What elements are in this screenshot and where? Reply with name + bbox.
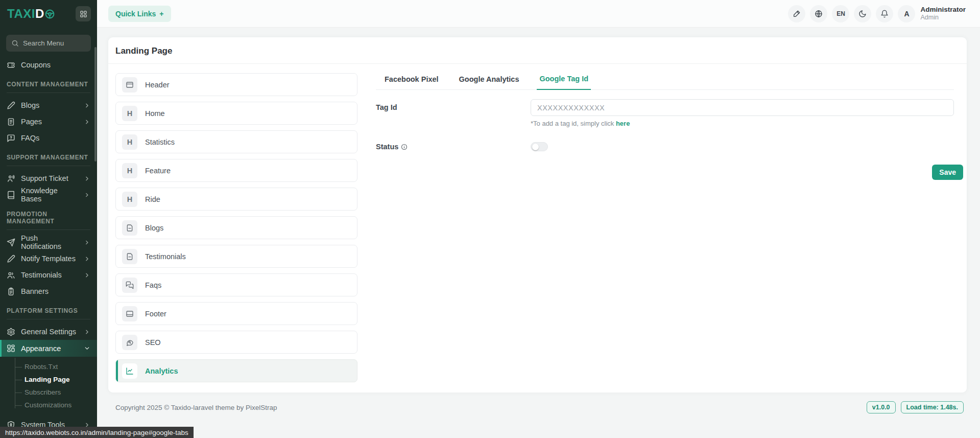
dark-mode-button[interactable] bbox=[854, 5, 871, 22]
page-content: Landing Page Header H Home H Statistics … bbox=[97, 28, 980, 438]
section-item-blogs[interactable]: Blogs bbox=[115, 216, 357, 239]
status-label: Status bbox=[376, 139, 531, 151]
helper-link[interactable]: here bbox=[616, 120, 630, 127]
section-item-seo[interactable]: SEO bbox=[115, 331, 357, 354]
pen-icon bbox=[7, 101, 15, 110]
sidebar-toggle-button[interactable] bbox=[76, 6, 91, 21]
sidebar-item-blogs[interactable]: Blogs bbox=[0, 97, 97, 113]
section-label: Footer bbox=[145, 310, 166, 318]
sidebar-item-faqs[interactable]: FAQs bbox=[0, 130, 97, 146]
version-badge: v1.0.0 bbox=[867, 401, 896, 413]
bell-icon bbox=[880, 10, 889, 18]
globe-button[interactable] bbox=[810, 5, 827, 22]
sidebar-item-label: Blogs bbox=[21, 101, 39, 109]
users-icon bbox=[7, 271, 15, 280]
tag-id-row: Tag Id *To add a tag id, simply click he… bbox=[376, 99, 954, 127]
section-label: Faqs bbox=[145, 281, 161, 289]
search-icon bbox=[11, 39, 19, 47]
sidebar-subitem-customizations[interactable]: Customizations bbox=[0, 399, 97, 411]
sidebar-item-coupons[interactable]: Coupons bbox=[0, 57, 97, 73]
sidebar-item-support-ticket[interactable]: Support Ticket bbox=[0, 170, 97, 187]
sidebar-item-testimonials[interactable]: Testimonials bbox=[0, 267, 97, 283]
steering-wheel-icon bbox=[44, 9, 55, 19]
section-item-feature[interactable]: H Feature bbox=[115, 159, 357, 182]
section-item-footer[interactable]: Footer bbox=[115, 302, 357, 325]
sidebar-item-label: Testimonials bbox=[21, 271, 62, 279]
section-item-testimonials[interactable]: Testimonials bbox=[115, 245, 357, 268]
sidebar-item-label: Banners bbox=[21, 287, 49, 295]
sidebar-item-label: Knowledge Bases bbox=[21, 187, 78, 203]
page-footer: Copyright 2025 © Taxido-laravel theme by… bbox=[108, 393, 967, 413]
section-item-ride[interactable]: H Ride bbox=[115, 188, 357, 211]
chevron-right-icon bbox=[84, 119, 90, 125]
gear-icon bbox=[7, 328, 15, 336]
sidebar-item-banners[interactable]: Banners bbox=[0, 283, 97, 299]
language-label: EN bbox=[836, 10, 845, 17]
notifications-button[interactable] bbox=[876, 5, 893, 22]
section-label: Ride bbox=[145, 195, 160, 203]
sidebar-subitem-landing-page[interactable]: Landing Page bbox=[0, 373, 97, 386]
sidebar-item-notify-templates[interactable]: Notify Templates bbox=[0, 250, 97, 267]
sidebar-item-label: Push Notifications bbox=[21, 234, 78, 250]
sidebar-item-label: Pages bbox=[21, 118, 42, 126]
grid-icon bbox=[80, 10, 87, 18]
tab-facebook-pixel[interactable]: Facebook Pixel bbox=[382, 73, 441, 89]
chevron-right-icon bbox=[84, 175, 90, 182]
sidebar-nav: Coupons CONTENT MANAGEMENT Blogs Pages F… bbox=[0, 57, 97, 438]
section-label: SEO bbox=[145, 338, 161, 347]
customizer-button[interactable] bbox=[788, 5, 805, 22]
statusbar-url: https://taxido.webiots.co.in/admin/landi… bbox=[5, 429, 188, 436]
tab-google-analytics[interactable]: Google Analytics bbox=[457, 73, 522, 89]
section-item-faqs[interactable]: Faqs bbox=[115, 273, 357, 296]
globe-icon bbox=[815, 10, 823, 18]
brush-icon bbox=[793, 10, 801, 18]
sidebar-subitem-subscribers[interactable]: Subscribers bbox=[0, 386, 97, 399]
sidebar-section-support-management: SUPPORT MANAGEMENT bbox=[7, 154, 90, 166]
chevron-right-icon bbox=[84, 272, 90, 279]
section-label: Blogs bbox=[145, 224, 163, 232]
clipboard-icon bbox=[7, 287, 15, 296]
send-icon bbox=[7, 238, 15, 247]
sidebar-search[interactable] bbox=[6, 35, 91, 52]
chats-icon bbox=[122, 278, 137, 293]
panel-top-icon bbox=[122, 77, 137, 93]
search-input[interactable] bbox=[23, 39, 86, 47]
save-button[interactable]: Save bbox=[932, 165, 963, 180]
sidebar-item-label: Notify Templates bbox=[21, 255, 76, 263]
sidebar-section-platform-settings: PLATFORM SETTINGS bbox=[7, 307, 90, 319]
sidebar-scrollbar-thumb[interactable] bbox=[94, 47, 97, 162]
pages-icon bbox=[7, 118, 15, 126]
analytics-pane: Facebook Pixel Google Analytics Google T… bbox=[376, 73, 954, 388]
headset-user-icon bbox=[7, 174, 15, 183]
brand-logo[interactable]: TAXID bbox=[7, 7, 55, 21]
section-item-statistics[interactable]: H Statistics bbox=[115, 130, 357, 153]
sidebar-item-label: Appearance bbox=[21, 344, 61, 353]
tab-google-tag-id[interactable]: Google Tag Id bbox=[537, 73, 591, 90]
status-toggle[interactable] bbox=[531, 142, 548, 151]
sidebar-item-general-settings[interactable]: General Settings bbox=[0, 324, 97, 340]
sidebar-item-label: Coupons bbox=[21, 61, 51, 69]
section-item-header[interactable]: Header bbox=[115, 73, 357, 96]
brand-text-primary: TAXI bbox=[7, 7, 35, 21]
section-label: Home bbox=[145, 109, 165, 118]
sidebar-item-knowledge-bases[interactable]: Knowledge Bases bbox=[0, 187, 97, 203]
tag-id-input[interactable] bbox=[531, 99, 954, 116]
user-menu[interactable]: A Administrator Admin bbox=[898, 5, 966, 22]
quick-links-button[interactable]: Quick Links + bbox=[108, 6, 171, 22]
sidebar-item-pages[interactable]: Pages bbox=[0, 113, 97, 130]
sidebar-subitem-robots-txt[interactable]: Robots.Txt bbox=[0, 360, 97, 373]
faq-icon bbox=[7, 134, 15, 143]
avatar[interactable]: A bbox=[898, 5, 915, 22]
sidebar-item-appearance[interactable]: Appearance bbox=[0, 340, 97, 357]
page-title: Landing Page bbox=[115, 46, 960, 56]
chevron-right-icon bbox=[84, 239, 90, 246]
language-button[interactable]: EN bbox=[832, 5, 849, 22]
sidebar-item-push-notifications[interactable]: Push Notifications bbox=[0, 234, 97, 250]
toggle-knob bbox=[532, 144, 539, 150]
appearance-submenu: Robots.Txt Landing Page Subscribers Cust… bbox=[0, 357, 97, 413]
sidebar-item-label: Support Ticket bbox=[21, 174, 68, 182]
seo-search-bubble-icon bbox=[122, 335, 137, 350]
pen-icon bbox=[7, 255, 15, 263]
section-item-home[interactable]: H Home bbox=[115, 102, 357, 125]
section-item-analytics[interactable]: Analytics bbox=[115, 359, 357, 382]
